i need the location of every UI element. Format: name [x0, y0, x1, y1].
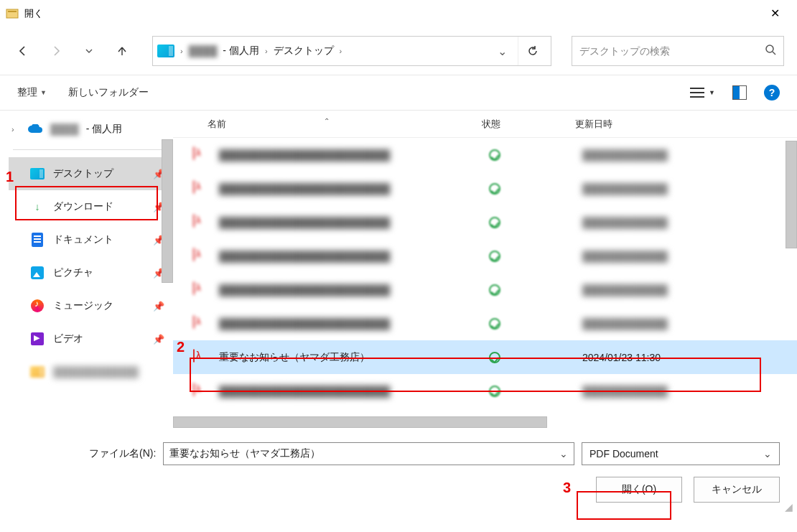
app-icon	[6, 7, 19, 20]
column-status[interactable]: 状態	[482, 118, 575, 131]
breadcrumb-dropdown[interactable]: ⌄	[492, 45, 512, 58]
status-synced-icon	[489, 149, 500, 161]
crumb-user[interactable]: - 個人用	[223, 45, 259, 57]
sidebar-item-videos[interactable]: ビデオ 📌	[9, 322, 173, 355]
filename-combo[interactable]: 重要なお知らせ（ヤマダ工務店） ⌄	[163, 442, 574, 465]
file-icon	[193, 248, 209, 264]
resize-grip[interactable]: ◢	[785, 501, 793, 513]
window-title: 開く	[24, 7, 43, 20]
folder-icon	[30, 365, 45, 379]
chevron-down-icon: ▼	[709, 89, 715, 96]
file-date: ████████████	[582, 284, 797, 296]
file-icon	[193, 215, 209, 230]
chevron-right-icon[interactable]: ›	[11, 125, 20, 134]
sidebar-item-label: ミュージック	[53, 299, 113, 312]
file-date: ████████████	[582, 217, 797, 228]
sidebar-item-label: ダウンロード	[53, 200, 113, 213]
sidebar-item-downloads[interactable]: ↓ ダウンロード 📌	[9, 190, 173, 223]
filename-label: ファイル名(N):	[89, 447, 156, 460]
help-button[interactable]: ?	[764, 85, 780, 101]
sidebar-scrollbar[interactable]	[162, 139, 173, 283]
status-synced-icon	[489, 284, 500, 296]
file-date: ████████████	[582, 386, 797, 397]
file-name: ████████████████████████	[219, 183, 489, 195]
file-row[interactable]: ████████████████████████████████████	[173, 273, 797, 307]
organize-label: 整理	[17, 86, 37, 99]
file-row[interactable]: ████████████████████████████████████	[173, 374, 797, 408]
file-icon	[193, 383, 209, 399]
breadcrumb[interactable]: › ████ - 個人用 › デスクトップ › ⌄	[152, 36, 551, 66]
file-icon	[193, 282, 209, 298]
filepane-hscrollbar[interactable]	[173, 416, 547, 428]
folder-icon	[30, 167, 45, 181]
view-menu[interactable]: ▼	[690, 88, 715, 98]
pin-icon[interactable]: 📌	[153, 334, 164, 345]
close-button[interactable]: ✕	[758, 0, 791, 27]
annotation-3: 3	[563, 480, 571, 496]
document-icon	[30, 233, 45, 247]
forward-button[interactable]	[46, 41, 66, 61]
sidebar-onedrive[interactable]: › ████ - 個人用	[9, 116, 173, 142]
status-synced-icon	[489, 217, 500, 228]
file-date: ████████████	[582, 318, 797, 330]
organize-menu[interactable]: 整理 ▼	[17, 86, 47, 99]
download-icon: ↓	[30, 200, 45, 214]
onedrive-suffix: - 個人用	[86, 123, 123, 136]
cancel-button[interactable]: キャンセル	[694, 477, 780, 503]
file-status	[489, 284, 582, 296]
open-button[interactable]: 開く(O)	[596, 477, 682, 503]
file-name: ████████████████████████	[219, 318, 489, 330]
status-synced-icon	[489, 318, 500, 330]
svg-rect-0	[6, 9, 18, 18]
file-date: 2024/01/23 11:30	[582, 352, 797, 363]
chevron-right-icon[interactable]: ›	[180, 47, 183, 55]
column-date[interactable]: 更新日時	[575, 118, 797, 131]
file-row-selected[interactable]: 重要なお知らせ（ヤマダ工務店）2024/01/23 11:30	[173, 340, 797, 374]
annotation-2: 2	[177, 339, 185, 355]
search-input[interactable]	[579, 45, 765, 57]
sidebar-item-music[interactable]: ミュージック 📌	[9, 289, 173, 322]
column-name[interactable]: 名前⌃	[173, 118, 482, 131]
sidebar-item-label: ピクチャ	[53, 266, 93, 279]
file-name: ████████████████████████	[219, 149, 489, 161]
sidebar-item-label: デスクトップ	[53, 167, 113, 180]
navbar: › ████ - 個人用 › デスクトップ › ⌄	[0, 27, 797, 75]
file-row[interactable]: ████████████████████████████████████	[173, 205, 797, 239]
sidebar-item-pictures[interactable]: ピクチャ 📌	[9, 256, 173, 289]
chevron-down-icon[interactable]: ⌄	[559, 448, 568, 459]
up-button[interactable]	[112, 41, 132, 61]
sidebar-item-documents[interactable]: ドキュメント 📌	[9, 223, 173, 256]
file-status	[489, 149, 582, 161]
music-icon	[30, 299, 45, 313]
file-row[interactable]: ████████████████████████████████████	[173, 172, 797, 205]
file-name: ████████████████████████	[219, 284, 489, 296]
crumb-desktop[interactable]: デスクトップ	[274, 45, 334, 57]
status-synced-icon	[489, 352, 500, 363]
search-box[interactable]	[572, 36, 784, 66]
preview-pane-toggle[interactable]	[732, 85, 747, 100]
chevron-right-icon[interactable]: ›	[265, 47, 268, 55]
file-name: ████████████████████████	[219, 251, 489, 262]
back-button[interactable]	[13, 41, 33, 61]
sidebar-item-blurred[interactable]: ████████████	[9, 355, 173, 388]
pin-icon[interactable]: 📌	[153, 301, 164, 312]
file-icon	[193, 181, 209, 197]
file-row[interactable]: ████████████████████████████████████	[173, 138, 797, 172]
filetype-combo[interactable]: PDF Document ⌄	[582, 442, 780, 465]
file-name: ████████████████████████	[219, 217, 489, 228]
crumb-root[interactable]: ████	[189, 45, 218, 57]
filepane-scrollbar[interactable]	[786, 141, 797, 248]
picture-icon	[30, 266, 45, 280]
sort-caret-icon: ⌃	[324, 117, 330, 125]
search-icon[interactable]	[765, 44, 776, 58]
chevron-right-icon[interactable]: ›	[340, 47, 342, 55]
chevron-down-icon: ▼	[40, 89, 47, 96]
sidebar-item-desktop[interactable]: デスクトップ 📌	[9, 157, 173, 190]
file-status	[489, 352, 582, 363]
refresh-button[interactable]	[518, 37, 546, 65]
new-folder-button[interactable]: 新しいフォルダー	[68, 86, 149, 99]
file-row[interactable]: ████████████████████████████████████	[173, 239, 797, 273]
file-name: ████████████████████████	[219, 386, 489, 397]
recent-dropdown[interactable]	[79, 41, 99, 61]
file-row[interactable]: ████████████████████████████████████	[173, 307, 797, 340]
